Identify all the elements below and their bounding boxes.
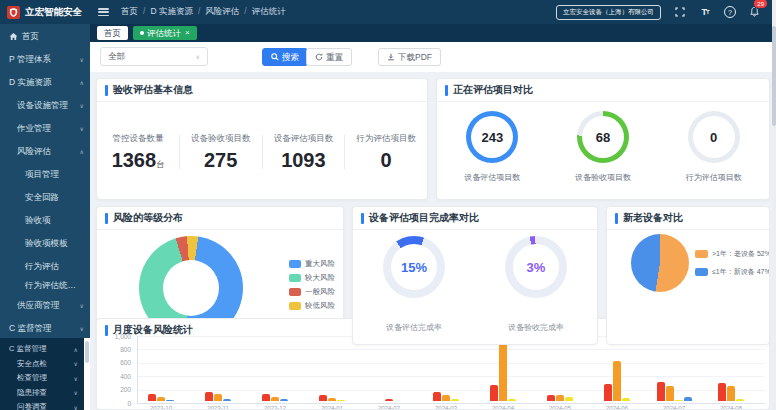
sidebar-item[interactable]: C 监督管理∨ xyxy=(0,317,90,340)
bar xyxy=(385,399,393,401)
flyout-scrollbar[interactable] xyxy=(84,338,90,410)
bar-cluster xyxy=(139,394,183,401)
menu-label: 隐患排查 xyxy=(17,388,47,398)
chevron-up-icon: ∧ xyxy=(74,346,78,353)
y-axis-tick: 200 xyxy=(97,386,131,393)
breadcrumb-item[interactable]: 评估统计 xyxy=(239,6,285,18)
tab-assessment-stats[interactable]: 评估统计 × xyxy=(133,26,197,40)
legend-item[interactable]: 较大风险 xyxy=(289,273,335,283)
card-title: 正在评估项目对比 xyxy=(453,83,533,97)
chevron-down-icon: ∨ xyxy=(74,360,78,367)
x-axis-tick: 2024-02 xyxy=(365,405,413,410)
ring-percent: 3% xyxy=(527,260,546,275)
sidebar-item[interactable]: 项目管理 xyxy=(0,163,90,186)
brand: 立宏智能安全 xyxy=(0,6,90,19)
stat-assessment-items: 设备评估项目数 1093 xyxy=(263,133,345,170)
flyout-item[interactable]: C 监督管理∧ xyxy=(0,342,84,357)
card-title: 月度设备风险统计 xyxy=(113,323,193,337)
flyout-item[interactable]: 检查管理∨ xyxy=(0,371,84,386)
chevron-down-icon: ∨ xyxy=(74,389,78,396)
flyout-item[interactable]: 隐患排查∨ xyxy=(0,386,84,401)
legend-item[interactable]: 重大风险 xyxy=(289,259,335,269)
topbar-actions: 立宏安全设备（上海）有限公司 TT ? 29 xyxy=(556,3,776,21)
sidebar-item[interactable]: 风险评估∧ xyxy=(0,140,90,163)
bar-cluster xyxy=(595,361,639,401)
ring-value: 243 xyxy=(481,130,503,145)
flyout-item[interactable]: 安全点检∨ xyxy=(0,357,84,372)
menu-label: 问卷调查 xyxy=(17,402,47,410)
bar xyxy=(451,399,459,401)
sidebar-item[interactable]: 行为评估统… xyxy=(0,278,90,294)
sidebar-item[interactable]: P 管理体系∨ xyxy=(0,48,90,71)
chevron-down-icon: ∨ xyxy=(80,56,84,63)
select-value: 全部 xyxy=(108,51,125,63)
breadcrumb-item[interactable]: D 实施资源 xyxy=(138,6,193,18)
stat-label: 设备验收项目数 xyxy=(180,133,262,145)
hamburger-icon[interactable] xyxy=(98,8,109,16)
rings-row: 243 设备评估项目数 68 设备验收项目数 0 行为评估项目数 xyxy=(437,102,769,183)
legend-item[interactable]: ≤1年：新设备 47% xyxy=(695,267,770,277)
stat-label: 行为评估项目数 xyxy=(345,133,427,145)
menu-label: D 实施资源 xyxy=(9,77,52,89)
sidebar-item[interactable]: 设备设施管理∨ xyxy=(0,94,90,117)
card-title: 设备评估项目完成率对比 xyxy=(369,211,479,225)
bar xyxy=(666,386,674,401)
notifications-bell[interactable]: 29 xyxy=(749,3,760,21)
sidebar-item[interactable]: 作业管理∨ xyxy=(0,117,90,140)
company-badge[interactable]: 立宏安全设备（上海）有限公司 xyxy=(556,5,661,20)
font-size-icon[interactable]: TT xyxy=(699,6,711,18)
download-label: 下载PDF xyxy=(398,53,432,62)
stat-label: 管控设备数量 xyxy=(97,133,179,145)
sidebar-item[interactable]: 安全回路 xyxy=(0,186,90,209)
menu-label: 供应商管理 xyxy=(17,300,60,312)
sidebar-item[interactable]: 验收项模板 xyxy=(0,232,90,255)
device-age-pie-chart xyxy=(631,234,689,292)
legend-label: >1年：老设备 52% xyxy=(712,249,770,259)
bar xyxy=(433,392,441,401)
sidebar-item[interactable]: 行为评估 xyxy=(0,255,90,278)
sidebar-item[interactable]: D 实施资源∧ xyxy=(0,71,90,94)
bar-cluster xyxy=(709,383,753,401)
menu-label: C 监督管理 xyxy=(9,344,47,354)
x-axis-tick: 2023-12 xyxy=(251,405,299,410)
grid-line xyxy=(137,376,765,377)
sidebar-item[interactable]: 首页 xyxy=(0,25,90,48)
progress-ring: 3% xyxy=(505,236,567,298)
y-axis-line xyxy=(137,336,138,403)
filter-select[interactable]: 全部 ∨ xyxy=(100,47,208,66)
x-axis-tick: 2024-07 xyxy=(650,405,698,410)
legend-item[interactable]: 较低风险 xyxy=(289,301,335,311)
notification-badge: 29 xyxy=(753,0,768,9)
legend-label: 较低风险 xyxy=(305,301,335,311)
legend-item[interactable]: 一般风险 xyxy=(289,287,335,297)
search-button[interactable]: 搜索 xyxy=(262,48,308,66)
bar xyxy=(727,386,735,401)
stat-managed-devices: 管控设备数量 1368台 xyxy=(97,133,179,170)
sidebar-item[interactable]: 验收项 xyxy=(0,209,90,232)
download-pdf-button[interactable]: 下载PDF xyxy=(378,48,441,66)
ring-value: 0 xyxy=(710,130,717,145)
tab-close-icon[interactable]: × xyxy=(185,29,190,37)
chevron-down-icon: ∨ xyxy=(80,325,84,332)
search-label: 搜索 xyxy=(282,53,299,62)
legend-swatch xyxy=(695,250,708,258)
help-icon[interactable]: ? xyxy=(724,6,736,18)
bar-cluster xyxy=(538,395,582,401)
sidebar-item[interactable]: 供应商管理∨ xyxy=(0,294,90,317)
legend-swatch xyxy=(289,260,301,268)
fullscreen-icon[interactable] xyxy=(674,6,686,18)
menu-label: C 监督管理 xyxy=(9,323,52,335)
breadcrumb-item[interactable]: 风险评估 xyxy=(193,6,239,18)
ring-label: 行为评估项目数 xyxy=(686,172,742,183)
progress-ring: 0 xyxy=(688,111,740,163)
tab-home[interactable]: 首页 xyxy=(97,26,128,40)
flyout-item[interactable]: 问卷调查∨ xyxy=(0,400,84,410)
legend-item[interactable]: >1年：老设备 52% xyxy=(695,249,770,259)
bar xyxy=(442,395,450,401)
breadcrumb-item[interactable]: 首页 xyxy=(121,6,138,18)
window-scrollbar[interactable] xyxy=(772,0,776,410)
sidebar-menu: 首页P 管理体系∨D 实施资源∧设备设施管理∨作业管理∨风险评估∧项目管理安全回… xyxy=(0,25,90,340)
reset-icon xyxy=(315,53,323,61)
reset-button[interactable]: 重置 xyxy=(306,48,352,66)
bar-cluster xyxy=(424,392,468,401)
